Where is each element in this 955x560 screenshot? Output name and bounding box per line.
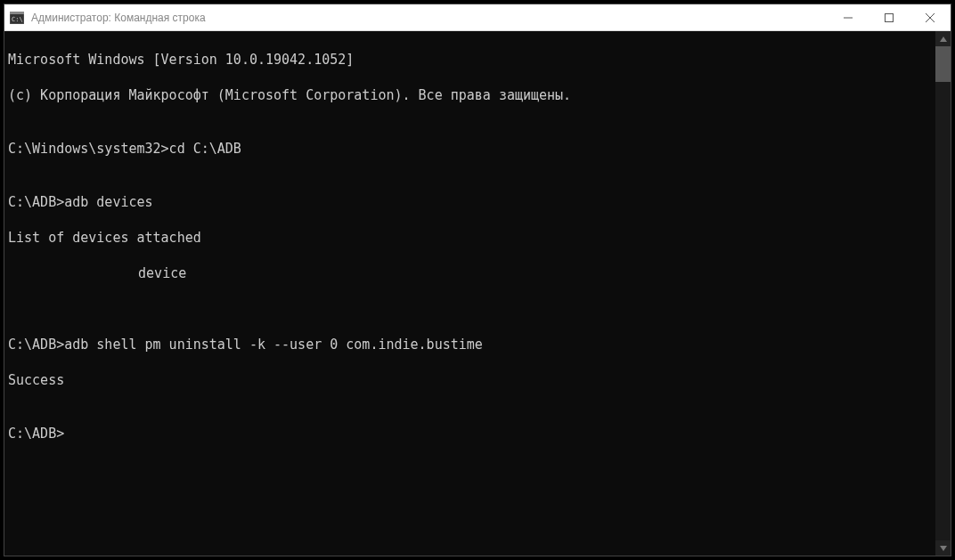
terminal-line: C:\Windows\system32>cd C:\ADB (8, 140, 932, 158)
cmd-window: C:\ Администратор: Командная строка Micr… (4, 4, 951, 556)
terminal-line: C:\ADB>adb devices (8, 193, 932, 211)
redacted-device-id (8, 265, 122, 280)
device-suffix: device (122, 265, 186, 281)
terminal-line: C:\ADB> (8, 425, 932, 442)
terminal-line: Success (8, 371, 932, 389)
svg-marker-7 (940, 37, 947, 42)
scroll-down-button[interactable] (935, 540, 951, 556)
scroll-up-button[interactable] (935, 31, 951, 46)
terminal-line: device (8, 264, 932, 282)
svg-text:C:\: C:\ (12, 16, 23, 23)
cmd-icon: C:\ (10, 11, 24, 25)
titlebar[interactable]: C:\ Администратор: Командная строка (4, 4, 951, 31)
svg-marker-8 (940, 546, 947, 551)
svg-rect-1 (10, 12, 24, 14)
minimize-button[interactable] (828, 4, 869, 30)
terminal-line: List of devices attached (8, 229, 932, 247)
maximize-button[interactable] (869, 4, 910, 30)
close-button[interactable] (910, 4, 951, 30)
terminal-output[interactable]: Microsoft Windows [Version 10.0.19042.10… (4, 31, 935, 556)
scroll-thumb[interactable] (935, 46, 951, 82)
svg-rect-4 (886, 13, 894, 21)
window-title: Администратор: Командная строка (31, 12, 206, 24)
terminal-line: (c) Корпорация Майкрософт (Microsoft Cor… (8, 86, 932, 104)
window-controls (828, 4, 951, 30)
terminal-line: C:\ADB>adb shell pm uninstall -k --user … (8, 336, 932, 353)
terminal-line: Microsoft Windows [Version 10.0.19042.10… (8, 51, 932, 69)
scroll-track[interactable] (935, 46, 951, 540)
vertical-scrollbar[interactable] (935, 31, 951, 556)
